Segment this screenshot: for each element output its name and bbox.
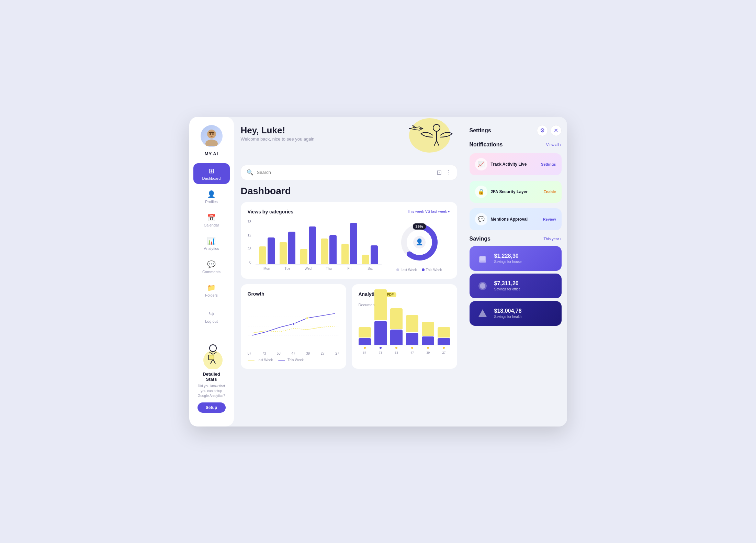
search-input[interactable] [257, 170, 433, 175]
greeting-title: Hey, Luke! [241, 125, 315, 136]
sidebar-item-comments[interactable]: 💬 Comments [193, 257, 230, 277]
avatar [201, 125, 223, 147]
savings-icon-house [475, 251, 490, 266]
sidebar: MY.AI ⊞ Dashboard 👤 Profiles 📅 Calendar … [189, 117, 234, 426]
analytics-subtitle: Documents [359, 303, 450, 307]
a-bar-5-tw [422, 336, 434, 345]
sidebar-label-calendar: Calendar [204, 223, 219, 227]
svg-point-13 [409, 118, 450, 153]
notif-action-mentions[interactable]: Review [543, 217, 556, 221]
sidebar-item-folders[interactable]: 📁 Folders [193, 280, 230, 301]
views-card-title: Views by categories [248, 209, 294, 214]
analytics-bar-chart [359, 311, 450, 345]
notif-label-mentions: Mentions Approval [491, 217, 540, 222]
bar-sat-tw [371, 245, 378, 264]
notif-mentions: 💬 Mentions Approval Review [470, 208, 562, 230]
y-label-78: 78 [248, 220, 251, 224]
search-bar: 🔍 ⊡ ⋮ [241, 165, 457, 180]
growth-legend-tw: This Week [278, 358, 304, 362]
growth-lw-label: Last Week [257, 358, 273, 362]
a-label-39: 39 [422, 351, 434, 354]
line-label-73: 73 [262, 352, 266, 355]
bar-sat-lw [362, 255, 369, 264]
sidebar-label-comments: Comments [202, 270, 221, 274]
svg-rect-12 [208, 355, 214, 360]
a-bar-3-tw [390, 330, 403, 345]
a-bar-4-lw [406, 315, 418, 332]
svg-point-6 [210, 345, 216, 352]
sidebar-item-calendar[interactable]: 📅 Calendar [193, 210, 230, 231]
view-all-link[interactable]: View all › [546, 143, 561, 147]
sidebar-item-dashboard[interactable]: ⊞ Dashboard [193, 163, 230, 184]
notif-label-2fa: 2FA Security Layer [491, 189, 540, 194]
sidebar-label-dashboard: Dashboard [202, 176, 221, 180]
notif-track-activity: 📈 Track Activity Live Settings [470, 153, 562, 175]
line-label-47: 47 [291, 352, 295, 355]
dot-2 [380, 347, 382, 349]
savings-desc-house: Savings for house [494, 260, 556, 264]
a-bar-2-lw [374, 289, 387, 320]
savings-header: Savings This year › [470, 236, 562, 242]
sidebar-item-logout[interactable]: ↪ Log out [193, 306, 230, 327]
growth-card: Growth [241, 284, 346, 369]
a-bar-4-tw [406, 333, 418, 345]
settings-title: Settings [470, 128, 491, 134]
notif-action-2fa[interactable]: Enable [543, 190, 556, 194]
views-filter[interactable]: This week VS last week ▾ [407, 209, 450, 214]
cards-grid: Views by categories This week VS last we… [241, 202, 457, 369]
a-bar-1-tw [359, 338, 371, 345]
donut-area: 39% 👤 [388, 220, 450, 272]
savings-filter[interactable]: This year › [544, 237, 562, 241]
savings-amount-house: $1,228,30 [494, 253, 556, 259]
more-icon[interactable]: ⋮ [445, 169, 451, 176]
savings-info-health: $18,004,78 Savings for health [494, 308, 556, 319]
settings-gear-button[interactable]: ⚙ [537, 125, 548, 136]
svg-point-4 [212, 133, 214, 135]
line-label-67: 67 [248, 352, 251, 355]
main-content: Hey, Luke! Welcome back, nice to see you… [234, 117, 464, 426]
a-label-53: 53 [390, 351, 403, 354]
notif-icon-mentions: 💬 [475, 213, 487, 225]
sidebar-label-folders: Folders [205, 293, 218, 297]
sidebar-label-profiles: Profiles [205, 200, 218, 204]
a-bar-6-lw [438, 327, 450, 337]
dot-1 [364, 347, 366, 349]
x-label-fri: Fri [341, 267, 357, 270]
donut-legend: Last Week This Week [396, 268, 442, 272]
analytics-dots [359, 347, 450, 349]
savings-amount-office: $7,311,20 [494, 280, 556, 287]
line-label-27b: 27 [335, 352, 339, 355]
bar-group-tue [280, 232, 295, 264]
settings-close-button[interactable]: ✕ [551, 125, 562, 136]
savings-card-office: $7,311,20 Savings for office [470, 274, 562, 298]
a-label-27: 27 [438, 351, 450, 354]
bar-x-labels: Mon Tue Wed Thu Fri Sat [256, 265, 382, 270]
analytics-bar-labels: 67 73 53 47 39 27 [359, 351, 450, 354]
header: Hey, Luke! Welcome back, nice to see you… [241, 125, 457, 159]
notif-action-activity[interactable]: Settings [541, 162, 556, 166]
hero-illustration [388, 118, 457, 159]
bar-mon-lw [259, 246, 266, 264]
expand-icon[interactable]: ⊡ [437, 169, 442, 176]
savings-icon-health [475, 306, 490, 321]
logout-icon: ↪ [208, 310, 214, 318]
greeting-section: Hey, Luke! Welcome back, nice to see you… [241, 125, 315, 142]
sidebar-item-profiles[interactable]: 👤 Profiles [193, 187, 230, 207]
bar-group-fri [341, 223, 357, 264]
notif-label-activity: Track Activity Live [491, 162, 538, 167]
dot-5 [427, 347, 429, 349]
sidebar-label-analytics: Analytics [204, 246, 219, 251]
sidebar-item-analytics[interactable]: 📊 Analytics [193, 233, 230, 254]
bar-group-thu [321, 235, 337, 264]
a-label-47: 47 [406, 351, 418, 354]
svg-point-27 [306, 317, 308, 319]
greeting-subtitle: Welcome back, nice to see you again [241, 136, 315, 142]
y-axis: 78 12 23 0 [248, 220, 254, 265]
bar-thu-lw [321, 239, 328, 264]
bar-chart [256, 220, 382, 265]
x-label-sat: Sat [362, 267, 378, 270]
savings-desc-office: Savings for office [494, 287, 556, 291]
setup-button[interactable]: Setup [198, 402, 226, 413]
notifications-header: Notifications View all › [470, 142, 562, 148]
dot-6 [443, 347, 445, 349]
